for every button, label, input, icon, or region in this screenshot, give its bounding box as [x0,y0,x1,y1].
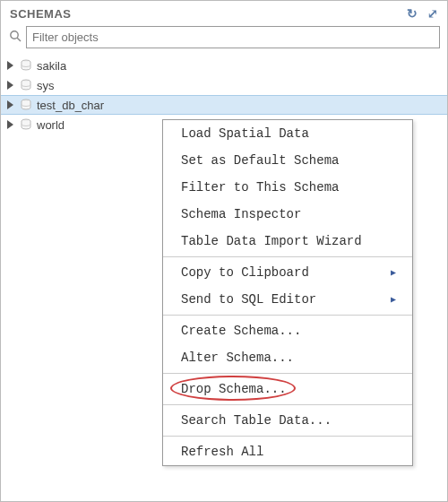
menu-item-filter-to-schema[interactable]: Filter to This Schema [163,174,412,201]
tree-item-label: sys [37,79,55,92]
menu-item-table-import-wizard[interactable]: Table Data Import Wizard [163,228,412,255]
menu-item-label: Filter to This Schema [181,180,339,195]
database-icon [19,117,33,132]
svg-line-1 [17,38,21,41]
search-icon [8,30,22,45]
panel-header: SCHEMAS ↻ ⤢ [1,1,447,24]
header-icons: ↻ ⤢ [407,6,438,21]
expand-icon[interactable]: ⤢ [427,6,439,21]
panel-title: SCHEMAS [10,7,72,21]
menu-item-label: Alter Schema... [181,351,294,365]
menu-item-send-sql-editor[interactable]: Send to SQL Editor ▶ [163,286,412,313]
expand-arrow-icon[interactable] [6,61,15,70]
menu-item-load-spatial-data[interactable]: Load Spatial Data [163,120,412,147]
expand-arrow-icon[interactable] [6,100,15,109]
menu-item-search-table-data[interactable]: Search Table Data... [163,407,412,434]
tree-item-sys[interactable]: sys [1,75,447,95]
database-icon [19,58,33,73]
menu-item-set-default-schema[interactable]: Set as Default Schema [163,147,412,174]
menu-item-label: Set as Default Schema [181,153,339,168]
menu-item-label: Copy to Clipboard [181,265,309,280]
menu-separator [163,315,412,316]
expand-arrow-icon[interactable] [6,81,15,90]
menu-item-label: Create Schema... [181,324,301,338]
svg-point-0 [11,31,18,39]
tree-item-test-db-char[interactable]: test_db_char [1,95,447,115]
menu-item-label: Send to SQL Editor [181,292,316,307]
search-row [1,24,447,54]
submenu-arrow-icon: ▶ [391,267,396,278]
menu-separator [163,373,412,374]
expand-arrow-icon[interactable] [6,120,15,129]
menu-item-copy-clipboard[interactable]: Copy to Clipboard ▶ [163,259,412,286]
menu-item-label: Load Spatial Data [181,126,309,141]
database-icon [19,78,33,92]
menu-separator [163,404,412,405]
database-icon [19,98,33,112]
tree-item-label: test_db_char [37,99,104,112]
menu-item-label: Search Table Data... [181,413,332,428]
menu-item-label: Refresh All [181,445,263,459]
menu-item-drop-schema[interactable]: Drop Schema... [163,376,412,402]
menu-item-refresh-all[interactable]: Refresh All [163,438,412,465]
menu-item-schema-inspector[interactable]: Schema Inspector [163,201,412,228]
menu-separator [163,436,412,437]
tree-item-label: world [37,118,65,132]
menu-item-label: Schema Inspector [181,207,301,221]
submenu-arrow-icon: ▶ [391,294,396,305]
tree-item-label: sakila [37,59,66,73]
menu-item-label: Table Data Import Wizard [181,234,362,248]
context-menu: Load Spatial Data Set as Default Schema … [162,119,413,466]
menu-item-label: Drop Schema... [181,382,287,396]
menu-separator [163,256,412,257]
tree-item-sakila[interactable]: sakila [1,56,447,75]
refresh-icon[interactable]: ↻ [407,6,418,21]
search-input[interactable] [26,26,440,48]
menu-item-create-schema[interactable]: Create Schema... [163,317,412,344]
menu-item-alter-schema[interactable]: Alter Schema... [163,344,412,371]
